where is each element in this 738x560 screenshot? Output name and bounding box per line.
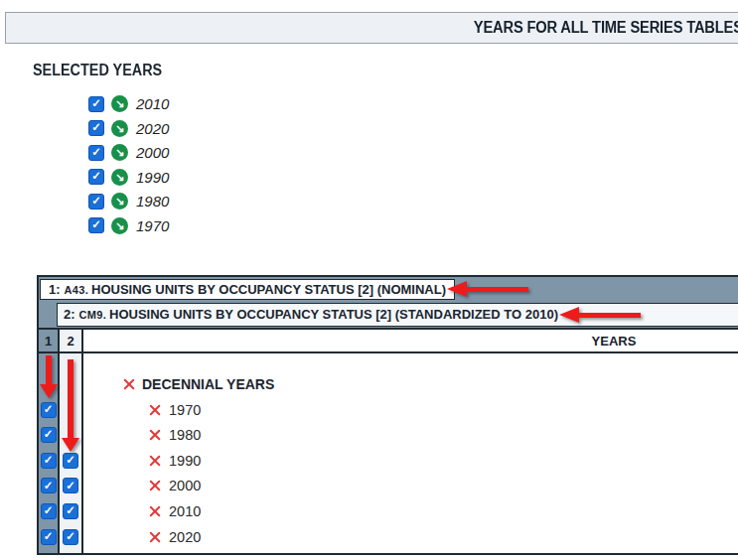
table-year-label: 1970 [169,397,201,423]
table1-year-checkbox[interactable]: ✓ [41,529,57,545]
selected-year-label: 1990 [136,169,169,186]
table2-title: HOUSING UNITS BY OCCUPANCY STATUS [2] (S… [109,307,558,322]
table1-year-checkbox[interactable]: ✓ [41,453,57,469]
page-header-bar: YEARS FOR ALL TIME SERIES TABLES [5,12,738,44]
selected-year-item: ✓ ↘ 1980 [88,193,169,210]
table-column-header-row: 1 2 YEARS [39,328,738,353]
remove-year-x-icon[interactable] [148,530,162,544]
selected-year-checkbox[interactable]: ✓ [88,217,104,233]
remove-year-x-icon[interactable] [148,403,162,417]
selected-year-item: ✓ ↘ 1970 [88,217,169,234]
selected-year-item: ✓ ↘ 1990 [88,169,169,186]
red-arrow-table2 [559,307,641,323]
table1-index: 1: [49,282,61,297]
table-year-label: 2020 [169,524,201,550]
table-year-row: ✓ ✓ 1970 [39,397,738,423]
selected-year-item: ✓ ↘ 2010 [88,95,169,112]
page-title: YEARS FOR ALL TIME SERIES TABLES [474,19,738,37]
go-to-year-icon[interactable]: ↘ [111,193,128,210]
arrow-head [559,307,579,323]
table-year-label: 2010 [169,498,201,524]
table2-year-checkbox[interactable]: ✓ [63,503,78,519]
table-year-label: 1980 [169,422,201,448]
remove-group-x-icon[interactable] [122,377,136,391]
arrow-shaft [467,287,528,292]
table-year-row: ✓ ✓ 1990 [39,448,738,474]
decennial-years-row: DECENNIAL YEARS [39,371,738,397]
table2-index: 2: [64,307,75,322]
remove-year-x-icon[interactable] [148,454,162,468]
table1-title: HOUSING UNITS BY OCCUPANCY STATUS [2] (N… [91,282,446,297]
go-to-year-icon[interactable]: ↘ [111,217,128,234]
selected-year-label: 1970 [136,217,169,234]
table-year-row: ✓ ✓ 1980 [39,422,738,448]
table2-code: CM9. [79,309,106,321]
selected-year-checkbox[interactable]: ✓ [88,96,104,112]
table1-year-checkbox[interactable]: ✓ [41,427,57,443]
selected-year-label: 1980 [136,193,169,210]
selected-year-checkbox[interactable]: ✓ [88,145,104,161]
selected-years-list: ✓ ↘ 2010 ✓ ↘ 2020 ✓ ↘ 2000 ✓ ↘ 1990 ✓ ↘ … [88,95,169,241]
table1-header[interactable]: 1:A43.HOUSING UNITS BY OCCUPANCY STATUS … [40,279,455,300]
table2-header[interactable]: 2:CM9.HOUSING UNITS BY OCCUPANCY STATUS … [57,303,738,327]
go-to-year-icon[interactable]: ↘ [111,95,128,112]
arrow-head [447,281,467,297]
red-arrow-table1 [447,281,528,297]
selected-year-label: 2000 [136,144,169,161]
table1-year-checkbox[interactable]: ✓ [41,478,57,493]
remove-year-x-icon[interactable] [148,479,162,492]
column-header-table2: 2 [60,330,81,351]
table1-year-checkbox[interactable]: ✓ [41,503,57,519]
time-series-table: 1:A43.HOUSING UNITS BY OCCUPANCY STATUS … [37,275,738,555]
table-year-row: ✓ ✓ 2020 [39,524,738,550]
selected-year-item: ✓ ↘ 2020 [88,120,169,137]
column-header-table1: 1 [39,330,58,351]
go-to-year-icon[interactable]: ↘ [111,144,128,161]
selected-year-item: ✓ ↘ 2000 [88,144,169,161]
table2-year-checkbox[interactable]: ✓ [63,453,78,469]
remove-year-x-icon[interactable] [148,428,162,442]
table1-year-checkbox[interactable]: ✓ [41,402,57,418]
selected-year-checkbox[interactable]: ✓ [88,120,104,136]
remove-year-x-icon[interactable] [148,504,162,518]
group-label: DECENNIAL YEARS [142,371,274,397]
column-header-years: YEARS [83,330,738,351]
table-year-row: ✓ ✓ 2000 [39,473,738,498]
table2-year-checkbox[interactable]: ✓ [63,529,78,545]
selected-year-label: 2010 [136,95,169,112]
table-year-label: 1990 [169,448,201,474]
selected-year-checkbox[interactable]: ✓ [88,169,104,185]
arrow-shaft [579,313,641,318]
selected-year-checkbox[interactable]: ✓ [88,194,104,210]
selected-year-label: 2020 [136,120,169,137]
table-year-label: 2000 [169,473,201,498]
go-to-year-icon[interactable]: ↘ [111,120,128,137]
table-year-row: ✓ ✓ 2010 [39,498,738,524]
selected-years-heading: SELECTED YEARS [33,62,162,79]
table2-year-checkbox[interactable]: ✓ [63,478,78,493]
page: YEARS FOR ALL TIME SERIES TABLES SELECTE… [0,0,738,560]
go-to-year-icon[interactable]: ↘ [111,169,128,186]
table1-code: A43. [65,284,88,296]
